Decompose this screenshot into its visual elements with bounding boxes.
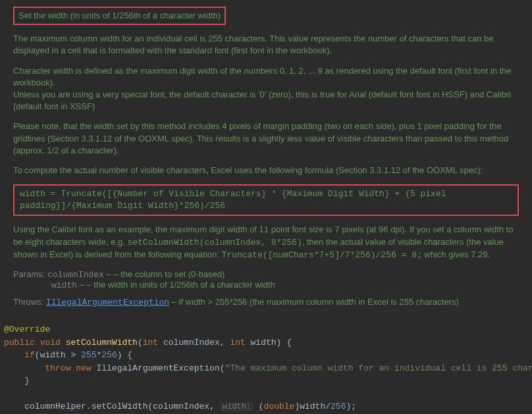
code-line-signature: public void setColumnWidth(int columnInd… xyxy=(4,336,528,349)
params-label: Params: xyxy=(13,269,45,279)
doc-summary-block: Set the width (in units of 1/256th of a … xyxy=(13,7,519,25)
exception-class: IllegalArgumentException xyxy=(96,363,219,373)
arg-width: width xyxy=(300,401,325,411)
param-columnindex: columnIndex xyxy=(163,338,220,348)
throws-exception-link[interactable]: IllegalArgumentException xyxy=(46,298,169,307)
hint-width: width: xyxy=(220,402,253,411)
doc-paragraph-1: The maximum column width for an individu… xyxy=(13,33,519,57)
param2-desc: – – the width in units of 1/256th of a c… xyxy=(77,280,275,290)
kw-double: double xyxy=(264,401,295,411)
method-setcolwidth: setColWidth xyxy=(92,401,148,411)
num-256: 256 xyxy=(331,401,346,411)
kw-new: new xyxy=(76,363,91,373)
param2-name: width xyxy=(51,280,77,290)
kw-int-2: int xyxy=(230,338,245,348)
code-line-throw: throw new IllegalArgumentException("The … xyxy=(4,362,528,375)
param-width: width xyxy=(251,338,277,348)
kw-int-1: int xyxy=(143,338,158,348)
code-line-blank xyxy=(4,388,528,401)
kw-void: void xyxy=(40,338,61,348)
doc-p5-code1: setColumnWidth(columnIndex, 8*256) xyxy=(127,238,302,247)
doc-formula-highlight: width = Truncate([{Number of Visible Cha… xyxy=(13,184,519,216)
method-name: setColumnWidth xyxy=(66,338,138,348)
exception-message: "The maximum column width for an individ… xyxy=(225,363,532,373)
kw-throw: throw xyxy=(45,363,70,373)
doc-p5-code2: Truncate([numChars*7+5]/7*256)/256 = 8; xyxy=(222,250,422,260)
doc-params-section: Params: columnIndex – – the column to se… xyxy=(13,269,519,290)
kw-if: if xyxy=(24,350,35,360)
cond-n1: 255 xyxy=(81,350,96,360)
override-annotation: @Override xyxy=(4,324,50,334)
cond-n2: 256 xyxy=(101,350,117,360)
columnhelper-1: columnHelper xyxy=(24,401,86,411)
cond-var: width xyxy=(40,350,66,360)
kw-public: public xyxy=(4,338,35,348)
doc-p2a: Character width is defined as the maximu… xyxy=(13,66,512,88)
code-line-if: if(width > 255*256) { xyxy=(4,349,528,362)
cond-op: > xyxy=(66,350,81,360)
arg-columnindex-1: columnIndex xyxy=(153,401,209,411)
doc-summary-highlight: Set the width (in units of 1/256th of a … xyxy=(13,7,226,25)
doc-paragraph-2: Character width is defined as the maximu… xyxy=(13,65,519,113)
code-line-setcolwidth: columnHelper.setColWidth(columnIndex, wi… xyxy=(4,400,528,413)
param1-desc: – – the column to set (0-based) xyxy=(104,269,225,279)
doc-throws-section: Throws: IllegalArgumentException – if wi… xyxy=(13,297,519,307)
documentation-panel: Set the width (in units of 1/256th of a … xyxy=(0,0,532,321)
doc-p5c: which gives 7.29. xyxy=(422,249,490,259)
throws-label: Throws: xyxy=(13,297,43,307)
code-line-close-if: } xyxy=(4,375,528,388)
throws-desc: – if width > 255*256 (the maximum column… xyxy=(169,297,459,307)
code-editor[interactable]: @Override public void setColumnWidth(int… xyxy=(0,321,532,414)
doc-p2b: Unless you are using a very special font… xyxy=(13,90,511,111)
doc-paragraph-5: Using the Calibri font as an example, th… xyxy=(13,224,519,261)
code-line-annotation: @Override xyxy=(4,323,528,336)
param1-name: columnIndex xyxy=(47,270,104,280)
doc-paragraph-4: To compute the actual number of visible … xyxy=(13,165,519,176)
doc-paragraph-3: Please note, that the width set by this … xyxy=(13,120,519,157)
